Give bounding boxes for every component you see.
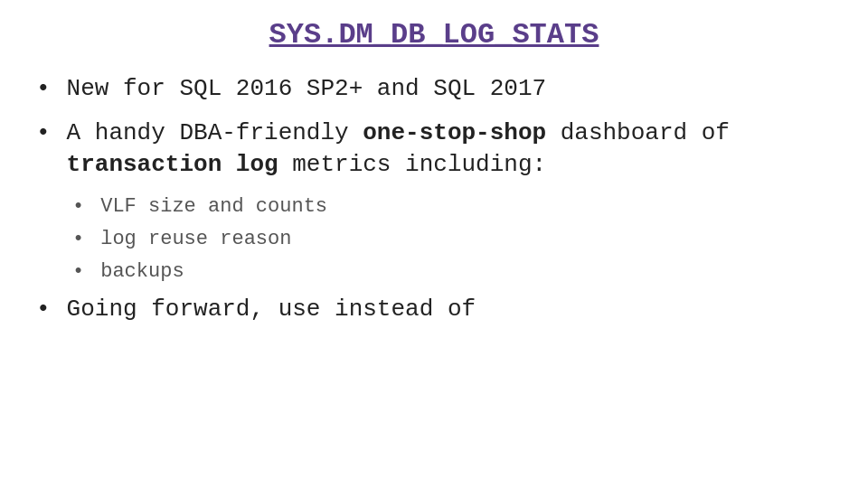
bullet-dot-1: • [36,73,51,105]
bullet-item-1: • New for SQL 2016 SP2+ and SQL 2017 [36,73,832,105]
bullet-dot-2: • [36,117,51,149]
bullet-text-last: Going forward, use instead of [67,294,832,325]
sub-dot-1: • [72,193,84,221]
sub-bullets-list: • VLF size and counts • log reuse reason… [72,193,832,285]
sub-text-1: VLF size and counts [100,193,327,221]
sub-text-3: backups [100,258,184,286]
bullet-item-last: • Going forward, use instead of [36,294,832,325]
sub-dot-2: • [72,226,84,253]
bullet-item-2: • A handy DBA-friendly one-stop-shop das… [36,117,832,181]
sub-text-2: log reuse reason [100,226,291,253]
sub-bullet-1: • VLF size and counts [72,193,832,221]
sub-bullet-2: • log reuse reason [72,226,832,253]
bullet-dot-last: • [36,294,51,325]
bold-one-stop-shop: one-stop-shop [363,119,546,146]
bullet-text-1: New for SQL 2016 SP2+ and SQL 2017 [67,73,832,105]
sub-dot-3: • [72,258,84,286]
bold-transaction-log: transaction log [67,151,278,178]
sub-bullet-3: • backups [72,258,832,286]
content-area: • New for SQL 2016 SP2+ and SQL 2017 • A… [36,73,832,338]
bullet-text-2: A handy DBA-friendly one-stop-shop dashb… [67,117,832,181]
page-title: SYS.DM_DB_LOG_STATS [269,18,599,52]
